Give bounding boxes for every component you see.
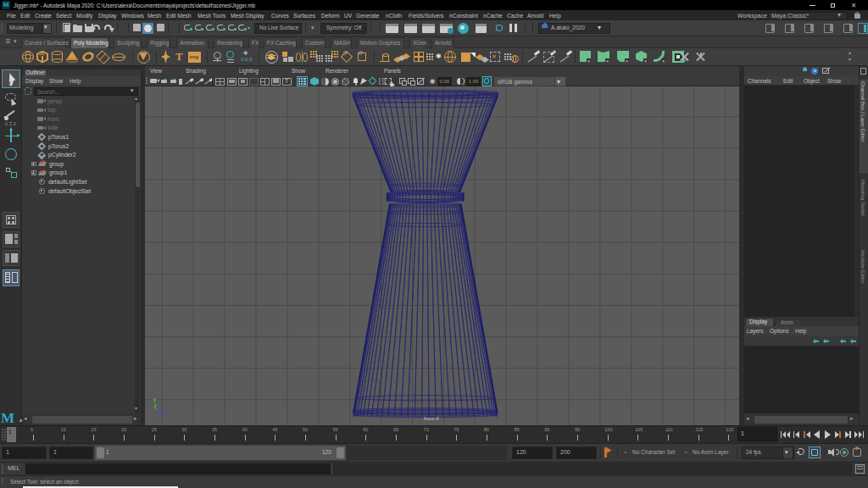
svg-text:z: z	[164, 408, 167, 413]
svg-text:Y: Y	[153, 397, 157, 403]
svg-text:front X: front X	[424, 415, 439, 421]
